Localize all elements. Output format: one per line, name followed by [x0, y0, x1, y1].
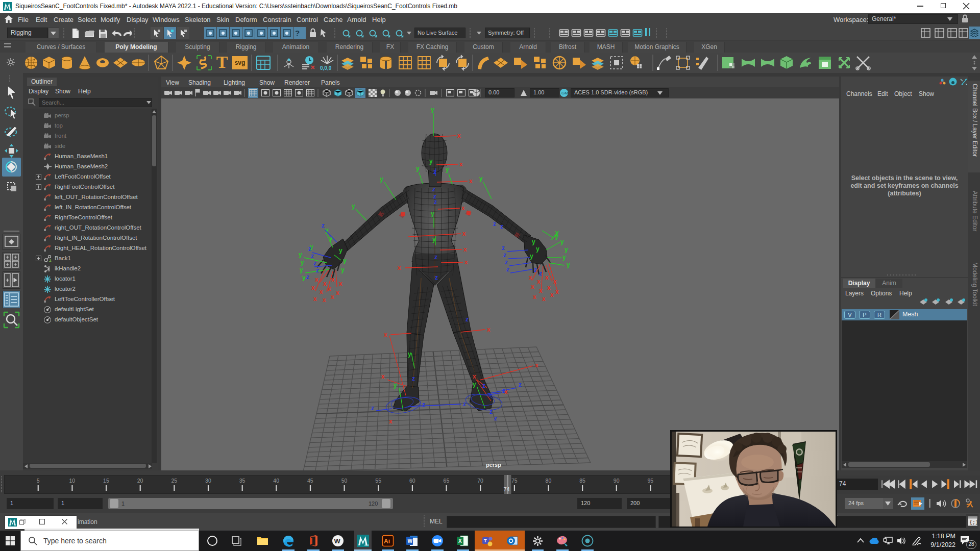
svg-text:y: y: [300, 266, 303, 273]
svg-text:y: y: [301, 259, 304, 266]
svg-text:z: z: [434, 254, 437, 261]
svg-text:y: y: [479, 175, 483, 182]
svg-text:z: z: [465, 316, 469, 323]
svg-text:74: 74: [503, 486, 509, 492]
svg-text:65: 65: [444, 478, 450, 484]
svg-text:y: y: [431, 106, 434, 113]
svg-text:y: y: [567, 261, 570, 268]
svg-text:85: 85: [579, 478, 585, 484]
svg-text:y: y: [532, 238, 535, 245]
svg-text:x: x: [504, 388, 508, 395]
svg-text:70: 70: [477, 478, 483, 484]
svg-text:x: x: [381, 373, 385, 380]
svg-text:GM: GM: [561, 91, 568, 95]
svg-text:z: z: [506, 266, 509, 273]
svg-text:x: x: [464, 259, 468, 266]
svg-text:y: y: [408, 350, 411, 358]
svg-text:x: x: [311, 284, 315, 291]
svg-text:z: z: [311, 253, 314, 260]
svg-text:y: y: [339, 247, 342, 254]
svg-text:x: x: [462, 230, 466, 237]
svg-text:y: y: [325, 227, 329, 234]
svg-text:z: z: [316, 267, 319, 274]
svg-text:x: x: [539, 287, 543, 294]
svg-text:15: 15: [103, 478, 109, 484]
svg-text:x: x: [547, 284, 551, 291]
svg-text:55: 55: [375, 478, 381, 484]
svg-text:x: x: [331, 293, 334, 300]
svg-text:y: y: [560, 238, 564, 245]
svg-text:y: y: [536, 245, 540, 253]
svg-text:z: z: [306, 273, 309, 281]
svg-text:z: z: [371, 405, 374, 412]
svg-text:60: 60: [409, 478, 415, 484]
svg-text:95: 95: [648, 478, 654, 484]
svg-text:x: x: [384, 331, 387, 338]
svg-text:y: y: [394, 382, 397, 389]
svg-text:x: x: [487, 326, 491, 333]
svg-text:x: x: [535, 362, 538, 369]
svg-text:W: W: [334, 537, 341, 545]
svg-text:x: x: [545, 274, 549, 281]
svg-text:y: y: [473, 381, 476, 388]
svg-text:75: 75: [511, 478, 518, 484]
svg-text:z: z: [422, 401, 425, 408]
svg-text:x: x: [537, 278, 541, 285]
svg-text:x: x: [313, 295, 317, 303]
svg-text:x: x: [550, 291, 554, 298]
svg-text:Ai: Ai: [384, 538, 390, 545]
svg-text:x: x: [331, 276, 335, 283]
svg-text:{;}: {;}: [969, 520, 977, 525]
svg-text:80: 80: [546, 478, 552, 484]
svg-text:z: z: [433, 168, 436, 176]
svg-text:z: z: [502, 244, 505, 252]
svg-text:0,0,0: 0,0,0: [320, 65, 332, 71]
svg-text:x: x: [469, 178, 473, 185]
svg-text:X: X: [458, 538, 462, 544]
svg-text:z: z: [463, 400, 466, 408]
svg-text:z: z: [313, 260, 316, 267]
svg-text:x: x: [463, 246, 467, 253]
svg-text:z: z: [539, 270, 542, 277]
svg-text:x: x: [473, 373, 476, 380]
svg-text:x: x: [323, 296, 326, 304]
svg-text:45: 45: [307, 478, 313, 484]
svg-text:y: y: [446, 166, 449, 173]
svg-text:z: z: [503, 252, 506, 259]
svg-text:x: x: [533, 293, 536, 300]
svg-text:35: 35: [239, 478, 246, 484]
svg-text:y: y: [302, 274, 306, 281]
svg-text:x: x: [389, 418, 393, 425]
svg-text:x: x: [461, 205, 465, 212]
svg-text:y: y: [565, 246, 568, 253]
svg-text:y: y: [562, 254, 566, 261]
svg-text:x: x: [315, 276, 318, 283]
svg-text:x: x: [320, 288, 323, 295]
svg-text:90: 90: [614, 478, 620, 484]
svg-text:z: z: [500, 223, 503, 230]
svg-text:x: x: [323, 280, 327, 287]
svg-text:z: z: [489, 408, 493, 415]
svg-text:x: x: [542, 295, 546, 303]
svg-text:y: y: [429, 158, 433, 165]
svg-text:z: z: [519, 381, 522, 388]
svg-text:T: T: [484, 538, 487, 543]
svg-text:z: z: [435, 274, 438, 281]
svg-text:5: 5: [37, 478, 40, 484]
svg-text:20: 20: [137, 478, 143, 484]
svg-text:25: 25: [171, 478, 177, 484]
svg-text:z: z: [322, 222, 325, 229]
svg-text:y: y: [341, 266, 345, 273]
svg-text:50: 50: [341, 478, 348, 484]
svg-text:z: z: [482, 382, 485, 389]
svg-text:W: W: [408, 538, 413, 544]
svg-text:z: z: [432, 186, 435, 193]
svg-text:10: 10: [69, 478, 75, 484]
svg-text:2022: 2022: [364, 543, 369, 546]
svg-text:x: x: [457, 132, 461, 139]
svg-text:x: x: [339, 280, 342, 287]
svg-text:y: y: [343, 257, 347, 264]
svg-text:y: y: [380, 176, 383, 183]
svg-text:y: y: [299, 251, 302, 258]
svg-text:z: z: [493, 220, 496, 228]
